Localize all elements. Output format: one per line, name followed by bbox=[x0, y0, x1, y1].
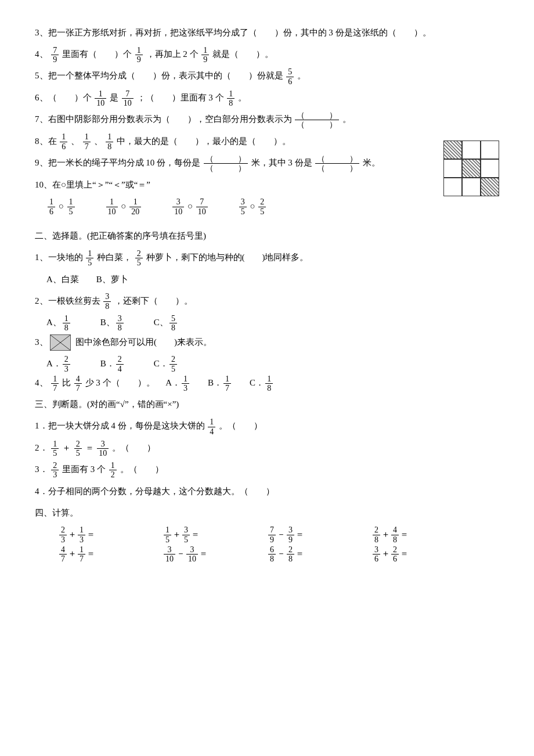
text: 。 bbox=[238, 93, 247, 102]
fraction: 19 bbox=[135, 46, 143, 64]
judge-q2: 2． 15 ＋ 25 ＝ 310 。（ ） bbox=[35, 438, 499, 458]
fill-q10-head: 10、在○里填上“＞”“＜”或“＝” bbox=[35, 175, 499, 195]
fill-q4: 4、 79 里面有（ ）个 19 ，再加上 2 个 19 就是（ ）。 bbox=[35, 45, 499, 64]
fill-q7: 7、右图中阴影部分用分数表示为（ ），空白部分用分数表示为 （ ）（ ） 。 bbox=[35, 110, 499, 129]
judge-heading: 三、判断题。(对的画“√”，错的画“×”) bbox=[35, 395, 499, 414]
fraction: 18 bbox=[106, 132, 113, 151]
text: 里面有（ ）个 bbox=[62, 49, 132, 59]
text: 中，最大的是（ ），最小的是（ ）。 bbox=[117, 136, 291, 146]
text: 米，其中 3 份是 bbox=[251, 158, 312, 167]
calc-row-2: 47＋17＝ 310－310＝ 68－28＝ 36＋26＝ bbox=[58, 544, 499, 563]
text: 4、 bbox=[35, 49, 48, 59]
text: 。 bbox=[297, 71, 306, 80]
text: 5、把一个整体平均分成（ ）份，表示其中的（ ）份就是 bbox=[35, 71, 283, 80]
fraction: 79 bbox=[51, 46, 59, 64]
shaded-rectangle-icon bbox=[50, 334, 71, 351]
fraction: 710 bbox=[122, 89, 134, 108]
choice-q2-opts: A、18 B、38 C、58 bbox=[35, 313, 499, 332]
text: 8、在 bbox=[35, 136, 57, 146]
fill-q8: 8、在 16 、 17 、 18 中，最大的是（ ），最小的是（ ）。 bbox=[35, 132, 499, 151]
fraction: 18 bbox=[227, 89, 234, 108]
calc-heading: 四、计算。 bbox=[35, 503, 499, 523]
fraction: 16 bbox=[60, 132, 67, 151]
fraction-blank: （ ）（ ） bbox=[204, 154, 248, 173]
choice-q4: 4、 17 比 47 少 3 个（ ）。 A．13 B．17 C．18 bbox=[35, 373, 499, 393]
choice-q1-opts: A、白菜 B、萝卜 bbox=[35, 270, 499, 289]
text: 9、把一米长的绳子平均分成 10 份，每份是 bbox=[35, 158, 200, 167]
choice-q2: 2、一根铁丝剪去 38 ，还剩下（ ）。 bbox=[35, 291, 499, 311]
text: ；（ ）里面有 3 个 bbox=[137, 93, 224, 102]
fraction-blank: （ ）（ ） bbox=[295, 111, 339, 129]
fill-q10-items: 16 ○ 15 110 ○ 120 310 ○ 710 35 ○ 25 bbox=[35, 197, 499, 216]
text: ，再加上 2 个 bbox=[146, 49, 199, 59]
text: 、 bbox=[94, 136, 103, 146]
fraction-blank: （ ）（ ） bbox=[315, 154, 359, 173]
fill-q5: 5、把一个整体平均分成（ ）份，表示其中的（ ）份就是 56 。 bbox=[35, 66, 499, 85]
text: 。 bbox=[342, 114, 351, 124]
text: 就是（ ）。 bbox=[212, 49, 273, 59]
judge-q1: 1．把一块大饼分成 4 份，每份是这块大饼的 14 。（ ） bbox=[35, 416, 499, 435]
text: 6、（ ）个 bbox=[35, 93, 92, 102]
text: 7、右图中阴影部分用分数表示为（ ），空白部分用分数表示为 bbox=[35, 114, 292, 124]
fill-q9: 9、把一米长的绳子平均分成 10 份，每份是 （ ）（ ） 米，其中 3 份是 … bbox=[35, 153, 499, 172]
choice-heading: 二、选择题。(把正确答案的序号填在括号里) bbox=[35, 226, 499, 246]
choice-q1: 1、一块地的 15 种白菜， 25 种萝卜，剩下的地与种的( )地同样多。 bbox=[35, 248, 499, 267]
calc-row-1: 23＋13＝ 15＋35＝ 79－39＝ 28＋48＝ bbox=[58, 525, 499, 544]
fraction: 110 bbox=[95, 89, 106, 108]
choice-q3-opts: A．23 B．24 C．25 bbox=[35, 354, 499, 373]
shaded-grid-figure bbox=[443, 141, 499, 196]
text: 是 bbox=[110, 93, 118, 102]
text: 、 bbox=[71, 136, 80, 146]
fraction: 17 bbox=[83, 132, 91, 151]
fill-q6: 6、（ ）个 110 是 710 ；（ ）里面有 3 个 18 。 bbox=[35, 88, 499, 107]
fraction: 56 bbox=[286, 67, 294, 86]
judge-q4: 4．分子相同的两个分数，分母越大，这个分数越大。（ ） bbox=[35, 482, 499, 501]
text: 米。 bbox=[363, 158, 380, 167]
choice-q3: 3、 图中涂色部分可以用( )来表示。 bbox=[35, 333, 499, 352]
fraction: 19 bbox=[201, 46, 209, 64]
judge-q3: 3． 23 里面有 3 个 12 。（ ） bbox=[35, 460, 499, 479]
fill-q3: 3、把一张正方形纸对折，再对折，把这张纸平均分成了（ ）份，其中的 3 份是这张… bbox=[35, 23, 499, 42]
